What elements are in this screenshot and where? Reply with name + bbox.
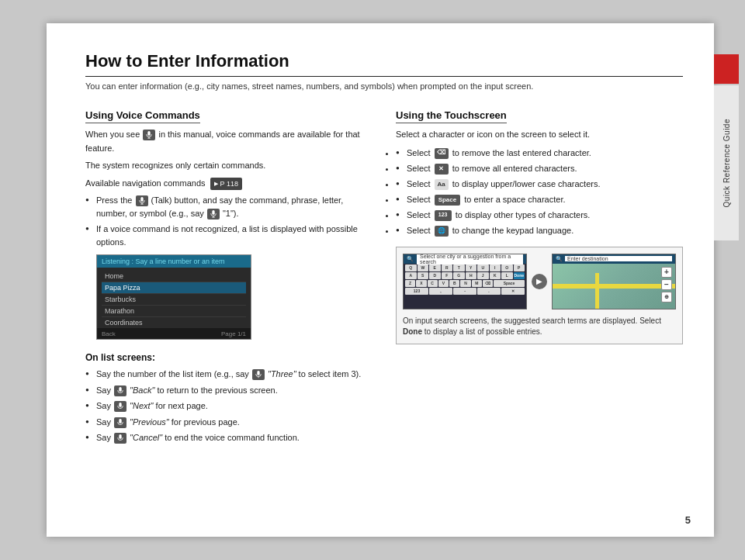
key-dash: - [453, 288, 476, 295]
talk-icon [136, 195, 148, 206]
right-tab: Quick Reference Guide [714, 85, 739, 240]
key-123-nav: 123 [405, 288, 428, 295]
nav-caption-text2: to display a list of possible entries. [424, 327, 542, 336]
key-cancel: ✕ [501, 288, 525, 295]
screenshot-header-text: Listening : Say a line number or an item [102, 258, 225, 265]
voice-screenshot: Listening : Say a line number or an item… [96, 254, 251, 340]
microphone-svg [145, 131, 153, 139]
svg-rect-9 [257, 371, 259, 375]
key-r: R [442, 264, 453, 271]
touchscreen-title: Using the Touchscreen [396, 109, 507, 123]
key-j: J [477, 272, 489, 279]
screenshot-list: Home Papa Pizza Starbucks Marathon Coord… [97, 268, 251, 332]
list-bullet-3: Say "Next" for next page. [85, 399, 372, 413]
talk-svg-2 [210, 210, 217, 218]
list-screens-bullets: Say the number of the list item (e.g., s… [85, 368, 372, 444]
zoom-out-button: − [661, 279, 672, 290]
keyboard-area: Q W E R T Y U I O P [404, 264, 526, 296]
page-container: Quick Reference Guide How to Enter Infor… [47, 23, 714, 537]
list-screens-title: On list screens: [85, 352, 372, 363]
key-w: W [418, 264, 429, 271]
red-accent-square [714, 54, 739, 84]
zoom-in-button: + [661, 267, 672, 278]
key-e: E [429, 264, 441, 271]
voice-para2: The system recognizes only certain comma… [85, 159, 372, 173]
touchscreen-bullets: Select ⌫ to remove the last entered char… [396, 147, 683, 237]
nav-screen-header-left: 🔍 Select one city or a suggestion from a… [404, 254, 526, 264]
list-bullet-1-text2: to select item 3). [299, 369, 362, 379]
search-bar-text: Select one city or a suggestion from a s… [417, 254, 523, 264]
123-icon: 123 [435, 210, 452, 221]
x-icon: ✕ [435, 164, 449, 175]
list-bullet-4-italic: "Previous" [130, 417, 169, 427]
key-done: Done [514, 272, 525, 279]
touchscreen-body: Select a character or icon on the screen… [396, 128, 683, 237]
kb-row-1: Q W E R T Y U I O P [405, 264, 525, 271]
globe-icon: 🌐 [435, 226, 449, 237]
p-ref-badge: P 118 [210, 178, 242, 190]
ts-bullet-4: Select Space to enter a space character. [396, 193, 683, 206]
key-z: Z [405, 280, 415, 287]
key-u: U [477, 264, 489, 271]
ts-bullet-2: Select ✕ to remove all entered character… [396, 162, 683, 175]
map-area: + − ⊕ [553, 264, 675, 309]
list-bullet-1: Say the number of the list item (e.g., s… [85, 368, 372, 381]
key-y: Y [466, 264, 477, 271]
content-area: How to Enter Information You can enter i… [47, 23, 714, 471]
svg-rect-12 [119, 403, 121, 407]
key-dot: . [477, 288, 501, 295]
voice-commands-body: When you see in this manual, voice comma… [85, 128, 372, 248]
list-voice-icon-3 [114, 401, 126, 412]
key-h: H [466, 272, 477, 279]
kb-row-3: Z X C V B N M ⌫ Space [405, 280, 525, 287]
nav-caption: On input search screens, the suggested s… [403, 316, 676, 337]
list-item-4: Marathon [102, 306, 246, 317]
list-voice-icon-1 [252, 369, 265, 380]
list-item-2: Papa Pizza [102, 282, 246, 294]
key-s: S [418, 272, 429, 279]
map-controls: + − ⊕ [661, 267, 672, 302]
list-screens-section: On list screens: Say the number of the l… [85, 352, 372, 444]
list-bullet-4: Say "Previous" for previous page. [85, 416, 372, 429]
key-c: C [428, 280, 438, 287]
list-item-1: Home [102, 271, 246, 282]
arrow-right-icon: ▶ [532, 274, 547, 289]
right-column: Using the Touchscreen Select a character… [396, 109, 683, 448]
svg-rect-14 [119, 434, 121, 439]
svg-rect-6 [212, 210, 214, 215]
key-a: A [405, 272, 417, 279]
left-column: Using Voice Commands When you see in thi… [85, 109, 372, 448]
list-bullet-5-text2: to end the voice command function. [165, 433, 300, 442]
list-item-3: Starbucks [102, 294, 246, 306]
right-tab-label: Quick Reference Guide [722, 119, 731, 207]
list-bullet-1-italic: "Three" [268, 369, 296, 379]
backspace-icon: ⌫ [435, 148, 449, 159]
key-d: D [429, 272, 441, 279]
footer-page: Page 1/1 [221, 330, 246, 337]
kb-row-4: 123 , - . ✕ [405, 288, 525, 295]
svg-rect-11 [119, 387, 121, 392]
nav-caption-bold: Done [403, 327, 422, 336]
key-i: I [490, 264, 501, 271]
voice-para1-text: in this manual, voice commands are avail… [85, 130, 360, 153]
voice-bullet-1: Press the (Talk) button, and say the com… [85, 194, 372, 220]
list-bullet-2-text2: to return to the previous screen. [157, 385, 277, 395]
map-header: 🔍 Enter destination [553, 254, 675, 264]
footer-back: Back [102, 330, 116, 337]
svg-rect-3 [140, 197, 143, 202]
talk-icon-2 [207, 209, 220, 220]
nav-screen-map: 🔍 Enter destination + − ⊕ [552, 254, 676, 309]
key-v: V [438, 280, 449, 287]
key-del: ⌫ [483, 280, 493, 287]
key-t: T [453, 264, 465, 271]
screenshot-footer: Back Page 1/1 [97, 328, 251, 339]
nav-image-box: 🔍 Select one city or a suggestion from a… [396, 247, 683, 344]
list-voice-icon-2 [114, 385, 126, 396]
list-bullet-3-italic: "Next" [130, 401, 153, 410]
key-x: X [416, 280, 426, 287]
key-comma: , [429, 288, 452, 295]
voice-para1: When you see in this manual, voice comma… [85, 128, 372, 155]
nav-screen-keyboard: 🔍 Select one city or a suggestion from a… [403, 254, 527, 309]
list-voice-icon-5 [114, 433, 126, 444]
nav-caption-text1: On input search screens, the suggested s… [403, 316, 661, 325]
